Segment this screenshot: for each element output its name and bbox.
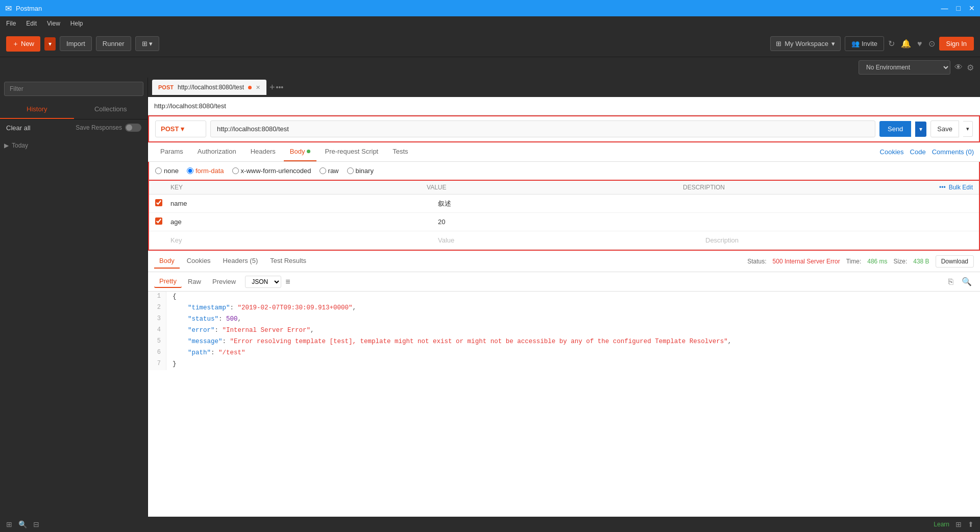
- runner-button[interactable]: Runner: [96, 36, 131, 51]
- window-controls[interactable]: — □ ✕: [941, 4, 975, 12]
- search-input[interactable]: [4, 82, 143, 96]
- tab-body[interactable]: Body: [284, 142, 317, 161]
- import-button[interactable]: Import: [60, 36, 92, 51]
- row2-check[interactable]: [155, 217, 170, 226]
- option-urlencoded[interactable]: x-www-form-urlencoded: [232, 167, 311, 175]
- form-data-table: KEY VALUE DESCRIPTION ••• Bulk Edit name…: [148, 181, 980, 251]
- add-tab-button[interactable]: +: [270, 82, 275, 93]
- title-bar: ✉ Postman — □ ✕: [0, 0, 980, 16]
- learn-link[interactable]: Learn: [934, 521, 949, 528]
- workspace-chevron-icon: ▾: [831, 40, 835, 47]
- content-area: POST http://localhost:8080/test ✕ + ••• …: [148, 78, 980, 517]
- menu-edit[interactable]: Edit: [26, 20, 37, 27]
- res-tab-test-results[interactable]: Test Results: [265, 254, 311, 269]
- tab-tests[interactable]: Tests: [386, 142, 414, 161]
- invite-button[interactable]: 👥 Invite: [845, 36, 884, 51]
- empty-desc[interactable]: Description: [705, 236, 973, 244]
- statusbar-panel-icon[interactable]: ⊟: [33, 520, 39, 528]
- request-tabs: Params Authorization Headers Body Pre-re…: [148, 142, 980, 162]
- option-form-data[interactable]: form-data: [187, 167, 224, 175]
- maximize-icon[interactable]: □: [957, 4, 961, 12]
- download-button[interactable]: Download: [936, 255, 974, 268]
- body-active-dot: [307, 150, 310, 153]
- more-tabs-button[interactable]: •••: [276, 83, 284, 91]
- fmt-tab-preview[interactable]: Preview: [207, 276, 241, 287]
- settings-icon[interactable]: ⊙: [928, 39, 935, 49]
- save-button[interactable]: Save: [930, 120, 959, 137]
- row2-key[interactable]: age: [170, 218, 438, 226]
- menu-help[interactable]: Help: [70, 20, 83, 27]
- workspace-selector[interactable]: ⊞ My Workspace ▾: [770, 36, 841, 51]
- search-response-button[interactable]: 🔍: [960, 276, 974, 287]
- send-button[interactable]: Send: [879, 121, 911, 137]
- tab-close-icon[interactable]: ✕: [256, 84, 260, 91]
- extra-button[interactable]: ⊞ ▾: [135, 36, 160, 51]
- status-label: Status:: [747, 258, 766, 265]
- format-icon[interactable]: ≡: [285, 277, 290, 286]
- tab-params[interactable]: Params: [154, 142, 189, 161]
- save-responses-toggle: Save Responses: [76, 124, 141, 132]
- option-binary[interactable]: binary: [347, 167, 374, 175]
- sign-in-button[interactable]: Sign In: [939, 37, 974, 51]
- minimize-icon[interactable]: —: [941, 4, 948, 12]
- tab-headers[interactable]: Headers: [244, 142, 282, 161]
- eye-button[interactable]: 👁: [954, 63, 963, 72]
- format-type-select[interactable]: JSON: [245, 276, 281, 288]
- fmt-tab-raw[interactable]: Raw: [183, 276, 206, 287]
- fmt-tab-pretty[interactable]: Pretty: [154, 275, 182, 288]
- res-tab-body[interactable]: Body: [154, 254, 180, 269]
- main-area: History Collections Clear all Save Respo…: [0, 78, 980, 517]
- request-tab-active[interactable]: POST http://localhost:8080/test ✕: [152, 80, 266, 95]
- sync-icon[interactable]: ↻: [888, 39, 895, 49]
- new-dropdown-button[interactable]: ▾: [44, 37, 56, 51]
- statusbar-upload-icon[interactable]: ⬆: [968, 520, 974, 528]
- table-more-icon[interactable]: •••: [939, 184, 946, 191]
- tab-authorization[interactable]: Authorization: [191, 142, 242, 161]
- environment-select[interactable]: No Environment: [859, 60, 950, 75]
- statusbar-icon-left[interactable]: ⊞: [6, 520, 12, 528]
- statusbar-right: Learn ⊞ ⬆: [934, 520, 974, 528]
- send-dropdown-button[interactable]: ▾: [915, 122, 926, 137]
- row1-value[interactable]: 叙述: [438, 199, 705, 208]
- copy-response-button[interactable]: ⎘: [946, 276, 955, 287]
- star-icon[interactable]: ♥: [917, 39, 922, 49]
- settings-env-button[interactable]: ⚙: [967, 63, 974, 72]
- option-raw[interactable]: raw: [320, 167, 339, 175]
- notification-icon[interactable]: 🔔: [901, 39, 911, 49]
- tab-collections[interactable]: Collections: [74, 100, 148, 119]
- save-responses-toggle-switch[interactable]: [125, 124, 141, 132]
- tab-pre-request-script[interactable]: Pre-request Script: [318, 142, 384, 161]
- res-tab-cookies[interactable]: Cookies: [182, 254, 216, 269]
- response-toolbar: Body Cookies Headers (5) Test Results St…: [148, 251, 980, 272]
- url-input[interactable]: [210, 120, 875, 137]
- row1-check[interactable]: [155, 199, 170, 208]
- bulk-edit-button[interactable]: Bulk Edit: [949, 184, 973, 191]
- workspace-grid-icon: ⊞: [776, 40, 781, 47]
- toolbar: ＋ New ▾ Import Runner ⊞ ▾ ⊞ My Workspace…: [0, 31, 980, 57]
- empty-value[interactable]: Value: [438, 236, 705, 244]
- method-select[interactable]: POST ▾: [155, 120, 206, 137]
- cookies-link[interactable]: Cookies: [880, 148, 904, 156]
- request-controls: POST ▾ Send ▾ Save ▾: [148, 115, 980, 142]
- comments-link[interactable]: Comments (0): [932, 148, 974, 156]
- row1-key[interactable]: name: [170, 200, 438, 207]
- row2-value[interactable]: 20: [438, 218, 705, 226]
- save-dropdown-button[interactable]: ▾: [963, 121, 973, 137]
- code-link[interactable]: Code: [910, 148, 926, 156]
- app-icon: ✉: [5, 4, 12, 13]
- menu-view[interactable]: View: [47, 20, 60, 27]
- sidebar-search-area: [0, 78, 148, 100]
- empty-key[interactable]: Key: [170, 236, 438, 244]
- new-button[interactable]: ＋ New: [6, 36, 40, 52]
- history-today-group[interactable]: ▶ Today: [4, 140, 143, 151]
- statusbar-grid-icon[interactable]: ⊞: [955, 520, 962, 528]
- format-right-buttons: ⎘ 🔍: [946, 276, 974, 287]
- option-none[interactable]: none: [155, 167, 179, 175]
- close-icon[interactable]: ✕: [969, 4, 975, 12]
- tab-history[interactable]: History: [0, 100, 74, 119]
- clear-all-button[interactable]: Clear all: [6, 124, 31, 132]
- current-url-label: http://localhost:8080/test: [154, 102, 226, 110]
- res-tab-headers[interactable]: Headers (5): [218, 254, 263, 269]
- menu-file[interactable]: File: [6, 20, 16, 27]
- statusbar-search-icon[interactable]: 🔍: [18, 520, 27, 528]
